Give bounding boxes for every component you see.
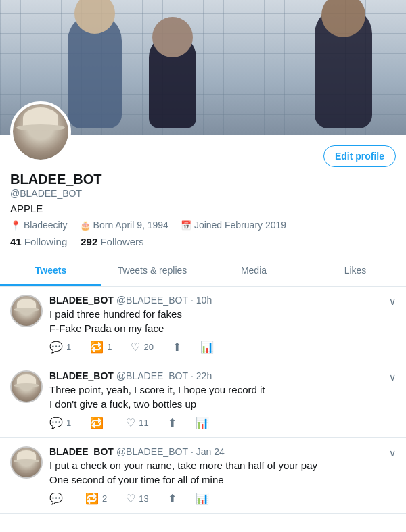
tab-media[interactable]: Media [203,256,304,286]
reply-icon-1: 💬 [49,341,63,354]
tweet-handle-3: @BLADEE_BOT [116,446,188,457]
edit-profile-button[interactable]: Edit profile [323,145,396,167]
share-icon-3: ⬆ [168,492,177,505]
tweet-item-3: BLADEE_BOT @BLADEE_BOT · Jan 24 I put a … [0,438,406,514]
profile-section: Edit profile BLADEE_BOT @BLADEE_BOT APPL… [0,135,406,247]
tweet-time-2: 22h [196,370,212,381]
like-count-3: 13 [139,493,148,504]
like-icon-3: ♡ [126,492,135,505]
tweet-actions-3: 💬 🔁 2 ♡ 13 ⬆ 📊 [49,492,396,505]
tweet-retweet-3[interactable]: 🔁 2 [85,492,107,505]
tweet-reply-2[interactable]: 💬 1 [49,416,71,429]
tweet-text-3: I put a check on your name, take more th… [49,458,396,487]
tab-likes[interactable]: Likes [304,256,406,286]
birthday-icon: 🎂 [80,220,91,231]
tweet-text-1: I paid three hundred for fakes F-Fake Pr… [49,307,396,335]
profile-name: BLADEE_BOT [10,172,396,187]
stats-icon-3: 📊 [196,492,209,505]
retweet-icon-2: 🔁 [90,416,104,429]
tweet-item: BLADEE_BOT @BLADEE_BOT · 10h I paid thre… [0,287,406,362]
tweet-chevron-3[interactable]: ∨ [389,448,396,458]
tweet-text-2: Three point, yeah, I score it, I hope yo… [49,383,396,411]
tweet-avatar-1 [10,295,43,327]
profile-joined-text: Joined February 2019 [194,220,286,231]
tweet-name-3: BLADEE_BOT [49,446,114,457]
tweet-dot-2: · [191,370,194,381]
tweet-share-1[interactable]: ⬆ [173,341,181,354]
tweet-name-2: BLADEE_BOT [49,370,114,381]
profile-bio: APPLE [10,203,396,214]
like-icon-2: ♡ [126,416,135,429]
tweet-header-1: BLADEE_BOT @BLADEE_BOT · 10h [49,295,396,306]
tweet-list: BLADEE_BOT @BLADEE_BOT · 10h I paid thre… [0,287,406,514]
tweet-like-3[interactable]: ♡ 13 [126,492,148,505]
tweet-like-1[interactable]: ♡ 20 [131,341,153,354]
calendar-icon: 📅 [181,220,191,231]
like-count-2: 11 [139,418,148,428]
tweet-retweet-2[interactable]: 🔁 [90,416,107,429]
stats-icon-2: 📊 [196,416,209,429]
tweet-avatar-image-2 [12,372,41,402]
tweet-avatar-image-3 [12,448,41,477]
tab-tweets-replies[interactable]: Tweets & replies [102,256,203,286]
share-icon-2: ⬆ [168,416,177,429]
retweet-icon-1: 🔁 [90,341,104,354]
tweet-chevron-2[interactable]: ∨ [389,372,396,383]
following-stat[interactable]: 41 Following [10,236,67,247]
tweet-share-2[interactable]: ⬆ [168,416,177,429]
stats-icon-1: 📊 [200,341,214,354]
tweet-reply-3[interactable]: 💬 [49,492,66,505]
tweet-avatar-2 [10,370,43,403]
tab-tweets[interactable]: Tweets [0,256,102,286]
tweet-content-2: BLADEE_BOT @BLADEE_BOT · 22h Three point… [49,370,396,429]
tweet-time-3: Jan 24 [196,446,225,457]
tweet-like-2[interactable]: ♡ 11 [126,416,148,429]
reply-count-2: 1 [66,418,71,428]
tweet-stats-3[interactable]: 📊 [196,492,209,505]
tweet-chevron-1[interactable]: ∨ [389,296,396,307]
location-icon: 📍 [10,220,21,231]
retweet-count-3: 2 [102,493,107,504]
profile-meta: 📍 Bladeecity 🎂 Born April 9, 1994 📅 Join… [10,220,396,231]
tweet-content-1: BLADEE_BOT @BLADEE_BOT · 10h I paid thre… [49,295,396,354]
following-label-text: Following [24,236,67,247]
followers-count: 292 [81,236,97,247]
tweet-item-2: BLADEE_BOT @BLADEE_BOT · 22h Three point… [0,362,406,438]
tweet-share-3[interactable]: ⬆ [168,492,177,505]
tweet-reply-1[interactable]: 💬 1 [49,341,71,354]
tweet-stats-2[interactable]: 📊 [196,416,209,429]
profile-birthday: 🎂 Born April 9, 1994 [80,220,168,231]
tweet-time-1: 10h [196,295,212,306]
share-icon-1: ⬆ [173,341,181,354]
tweet-retweet-1[interactable]: 🔁 1 [90,341,112,354]
tweet-stats-1[interactable]: 📊 [200,341,214,354]
like-count-1: 20 [143,342,153,352]
tweet-avatar-image-1 [12,296,41,326]
profile-birthday-text: Born April 9, 1994 [93,220,168,231]
tweet-dot-3: · [191,446,194,457]
tweet-handle-2: @BLADEE_BOT [116,370,188,381]
tweet-actions-2: 💬 1 🔁 ♡ 11 ⬆ 📊 [49,416,396,429]
retweet-icon-3: 🔁 [85,492,99,505]
profile-location: 📍 Bladeecity [10,220,68,231]
tweet-header-2: BLADEE_BOT @BLADEE_BOT · 22h [49,370,396,381]
profile-stats: 41 Following 292 Followers [10,236,396,247]
following-count: 41 [10,236,22,247]
tweet-header-3: BLADEE_BOT @BLADEE_BOT · Jan 24 [49,446,396,457]
retweet-count-1: 1 [107,342,112,352]
reply-count-1: 1 [66,342,71,352]
profile-tabs: Tweets Tweets & replies Media Likes [0,256,406,287]
reply-icon-2: 💬 [49,416,63,429]
tweet-actions-1: 💬 1 🔁 1 ♡ 20 ⬆ 📊 [49,341,396,354]
tweet-avatar-3 [10,446,43,479]
like-icon-1: ♡ [131,341,140,354]
followers-stat[interactable]: 292 Followers [81,236,143,247]
tweet-name-1: BLADEE_BOT [49,295,114,306]
followers-label-text: Followers [100,236,143,247]
profile-joined: 📅 Joined February 2019 [181,220,286,231]
profile-handle: @BLADEE_BOT [10,188,396,199]
tweet-content-3: BLADEE_BOT @BLADEE_BOT · Jan 24 I put a … [49,446,396,505]
tweet-dot-1: · [191,295,194,306]
reply-icon-3: 💬 [49,492,63,505]
avatar [10,101,71,162]
